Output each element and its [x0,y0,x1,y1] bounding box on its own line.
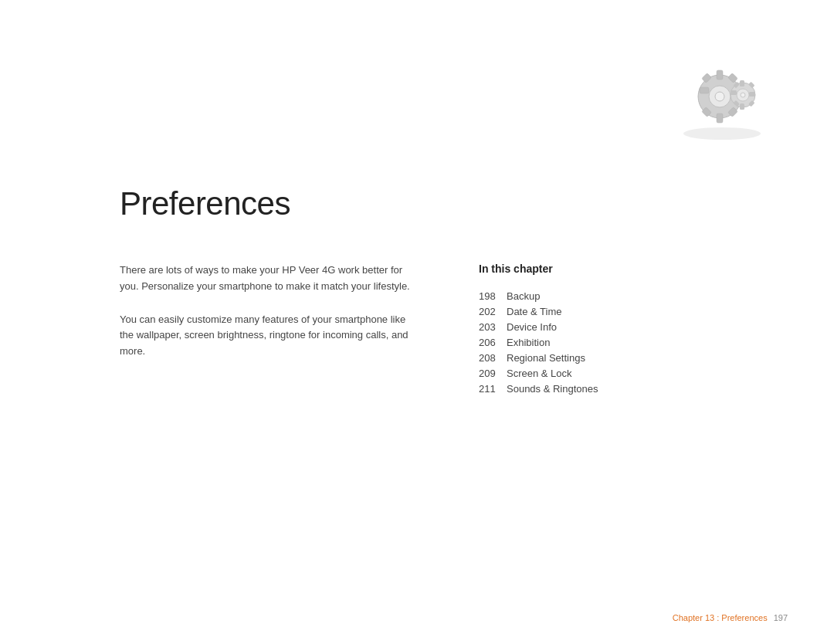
toc-item: 203Device Info [479,321,741,333]
toc-item-title: Date & Time [507,306,562,317]
footer-page-number: 197 [774,613,788,622]
svg-rect-4 [717,70,723,80]
right-content: In this chapter 198Backup202Date & Time2… [479,263,741,398]
toc-page-number: 208 [479,352,507,364]
page-title: Preferences [120,185,290,222]
intro-paragraph-2: You can easily customize many features o… [120,312,413,360]
toc-item: 202Date & Time [479,306,741,317]
toc-item-title: Backup [507,290,540,302]
toc-item-title: Exhibition [507,337,550,348]
svg-point-3 [715,92,724,101]
toc-page-number: 198 [479,290,507,302]
footer-chapter-label: Chapter 13 : Preferences [673,613,768,622]
svg-point-14 [741,93,745,97]
svg-rect-15 [740,80,744,86]
svg-rect-6 [700,87,709,93]
svg-rect-17 [731,90,737,95]
toc-item-title: Regional Settings [507,352,585,364]
toc-item: 206Exhibition [479,337,741,348]
toc-page-number: 202 [479,306,507,317]
toc-item: 208Regional Settings [479,352,741,364]
toc-page-number: 206 [479,337,507,348]
toc-item: 211Sounds & Ringtones [479,383,741,395]
toc-page-number: 211 [479,383,507,395]
toc-item: 198Backup [479,290,741,302]
svg-rect-16 [740,103,744,110]
gear-icon [672,46,772,147]
svg-rect-5 [717,114,723,123]
page-container: Preferences There are lots of ways to ma… [0,0,834,644]
chapter-heading: In this chapter [479,263,741,275]
intro-paragraph-1: There are lots of ways to make your HP V… [120,263,413,295]
toc-item-title: Sounds & Ringtones [507,383,598,395]
svg-point-0 [683,127,761,140]
left-content: There are lots of ways to make your HP V… [120,263,413,360]
toc-item: 209Screen & Lock [479,368,741,379]
toc-page-number: 209 [479,368,507,379]
toc-page-number: 203 [479,321,507,333]
page-footer: Chapter 13 : Preferences 197 [673,613,788,622]
toc-list: 198Backup202Date & Time203Device Info206… [479,290,741,395]
toc-item-title: Screen & Lock [507,368,572,379]
svg-rect-18 [749,92,755,97]
toc-item-title: Device Info [507,321,557,333]
